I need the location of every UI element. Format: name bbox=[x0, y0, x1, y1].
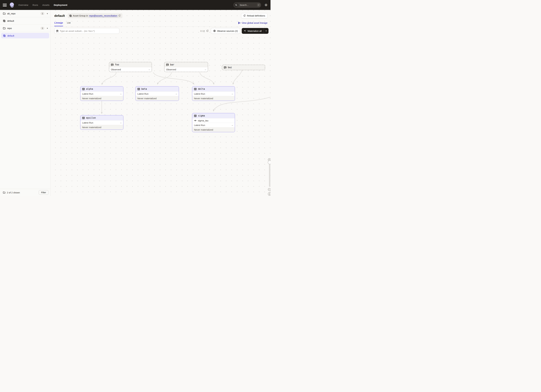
sidebar-item-default-group[interactable]: default bbox=[0, 17, 50, 25]
view-global-asset-lineage-link[interactable]: View global asset lineage bbox=[238, 21, 267, 24]
edge-foo-alpha bbox=[102, 73, 116, 85]
reload-definitions-button[interactable]: Reload definitions bbox=[241, 13, 267, 18]
tab-lineage[interactable]: Lineage bbox=[54, 21, 63, 26]
folder-icon bbox=[3, 27, 5, 30]
refresh-timer: 0:18 bbox=[200, 30, 205, 32]
asset-name: beta bbox=[141, 88, 147, 90]
asset-count-badge: 1 bbox=[41, 27, 44, 30]
asset-group-tag: Asset Group in repo@assets_reconciliatio… bbox=[68, 13, 122, 18]
asset-name: delta bbox=[198, 88, 205, 90]
settings-gear-icon[interactable]: ⚙ bbox=[265, 3, 267, 7]
asset-row-latest-run: Latest Run– bbox=[80, 120, 123, 125]
page-header: default Asset Group in repo@assets_recon… bbox=[51, 10, 270, 21]
asset-group-tag-prefix: Asset Group in bbox=[73, 14, 88, 17]
asset-name: sigma bbox=[198, 114, 205, 117]
asset-node-header: baz bbox=[222, 65, 265, 70]
observe-sources-button[interactable]: Observe sources (2) bbox=[211, 28, 240, 34]
asset-node-header: foo bbox=[109, 62, 152, 67]
main-content: default Asset Group in repo@assets_recon… bbox=[51, 10, 270, 196]
repo-link[interactable]: repo@assets_reconciliation bbox=[89, 14, 117, 17]
fit-view-icon[interactable] bbox=[268, 192, 271, 196]
asset-node-sigma[interactable]: sigmasigma_tauLatest Run–Never materiali… bbox=[192, 113, 235, 132]
nav-item-assets[interactable]: Assets bbox=[42, 4, 50, 6]
folder-icon bbox=[3, 191, 5, 194]
asset-table-icon bbox=[82, 88, 85, 90]
asset-subset-filter[interactable] bbox=[54, 28, 119, 34]
asset-group-icon bbox=[3, 20, 5, 22]
view-tabs: Lineage List View global asset lineage bbox=[51, 21, 270, 27]
asset-node-delta[interactable]: deltaLatest Run–Never materialized bbox=[192, 86, 235, 101]
filter-button[interactable]: Filter bbox=[39, 190, 48, 195]
asset-check-row: sigma_tau bbox=[192, 118, 235, 123]
lineage-edges bbox=[51, 27, 270, 196]
asset-group-icon bbox=[69, 15, 72, 17]
asset-row-latest-run: Latest Run– bbox=[80, 92, 123, 96]
global-search[interactable]: Search... / bbox=[233, 2, 261, 8]
nav-item-overview[interactable]: Overview bbox=[18, 4, 28, 6]
sidebar-list: alt_repo1▼defaultrepo1▼default bbox=[0, 10, 50, 189]
asset-node-beta[interactable]: betaLatest Run–Never materialized bbox=[135, 86, 179, 101]
asset-node-bar[interactable]: barObserved– bbox=[164, 62, 208, 72]
tab-list[interactable]: List bbox=[67, 21, 71, 26]
asset-check-icon bbox=[194, 119, 197, 122]
asset-node-header: bar bbox=[165, 62, 208, 67]
asset-node-foo[interactable]: fooObserved– bbox=[109, 62, 152, 72]
zoom-slider[interactable] bbox=[269, 162, 270, 187]
dagster-logo[interactable] bbox=[9, 2, 15, 8]
asset-row-latest-run: Latest Run– bbox=[136, 92, 179, 96]
reload-location-icon[interactable] bbox=[118, 15, 121, 17]
source-asset-icon bbox=[224, 66, 226, 69]
folder-icon bbox=[3, 12, 5, 15]
graph-refresh-icon[interactable] bbox=[206, 30, 209, 32]
nav-item-deployment[interactable]: Deployment bbox=[54, 4, 67, 6]
top-nav: OverviewRunsAssetsDeployment Search... /… bbox=[0, 0, 270, 10]
lineage-graph-icon bbox=[238, 22, 240, 24]
asset-node-header: epsilon bbox=[80, 115, 123, 120]
sidebar-item-label: default bbox=[7, 20, 48, 22]
materialize-all-button[interactable]: Materialize all ▼ bbox=[242, 28, 269, 34]
asset-node-alpha[interactable]: alphaLatest Run–Never materialized bbox=[80, 86, 124, 101]
asset-node-baz[interactable]: baz bbox=[222, 65, 265, 70]
shown-count-label: 2 of 2 shown bbox=[7, 191, 39, 194]
sidebar-item-label: alt_repo bbox=[7, 12, 41, 15]
hamburger-menu-icon[interactable] bbox=[3, 4, 7, 6]
refresh-icon bbox=[243, 15, 246, 17]
asset-node-epsilon[interactable]: epsilonLatest Run–Never materialized bbox=[80, 115, 124, 130]
zoom-out-icon[interactable] bbox=[268, 188, 271, 192]
sidebar-item-default-group[interactable]: default bbox=[1, 33, 49, 38]
asset-table-icon bbox=[82, 117, 85, 119]
asset-row-observed: Observed– bbox=[165, 67, 208, 72]
edge-baz-delta bbox=[233, 70, 242, 84]
asset-status-row: Never materialized bbox=[80, 125, 123, 129]
asset-node-header: beta bbox=[136, 87, 179, 92]
asset-name: baz bbox=[228, 66, 232, 69]
zoom-slider-handle[interactable] bbox=[268, 161, 270, 164]
asset-group-icon bbox=[3, 34, 6, 37]
lineage-graph-canvas[interactable]: 0:18 Observe sources (2) bbox=[51, 27, 270, 196]
asset-node-header: sigma bbox=[192, 113, 235, 118]
search-icon bbox=[234, 3, 238, 7]
materialize-dropdown-caret[interactable]: ▼ bbox=[264, 28, 269, 34]
asset-table-icon bbox=[137, 88, 140, 90]
nav-items: OverviewRunsAssetsDeployment bbox=[18, 4, 67, 6]
edge-bar-delta bbox=[200, 73, 214, 84]
chevron-down-icon[interactable]: ▼ bbox=[47, 13, 48, 15]
sidebar-item-alt_repo-location[interactable]: alt_repo1▼ bbox=[0, 10, 50, 17]
view-global-asset-lineage-label: View global asset lineage bbox=[242, 21, 267, 24]
observe-eye-icon bbox=[213, 30, 216, 32]
edge-foo-delta bbox=[153, 73, 194, 84]
asset-graph-icon bbox=[56, 30, 59, 32]
sidebar-item-repo-location[interactable]: repo1▼ bbox=[0, 25, 50, 32]
source-asset-icon bbox=[166, 63, 169, 66]
asset-status-row: Never materialized bbox=[80, 96, 123, 101]
asset-row-latest-run: Latest Run– bbox=[192, 123, 235, 127]
asset-node-header: alpha bbox=[80, 87, 123, 92]
chevron-down-icon[interactable]: ▼ bbox=[47, 27, 48, 29]
asset-status-row: Never materialized bbox=[192, 96, 235, 101]
asset-row-observed: Observed– bbox=[109, 67, 152, 72]
asset-subset-input[interactable] bbox=[60, 30, 118, 32]
asset-table-icon bbox=[194, 115, 197, 117]
sidebar-item-label: default bbox=[7, 34, 48, 37]
nav-item-runs[interactable]: Runs bbox=[33, 4, 38, 6]
asset-name: alpha bbox=[86, 88, 93, 90]
